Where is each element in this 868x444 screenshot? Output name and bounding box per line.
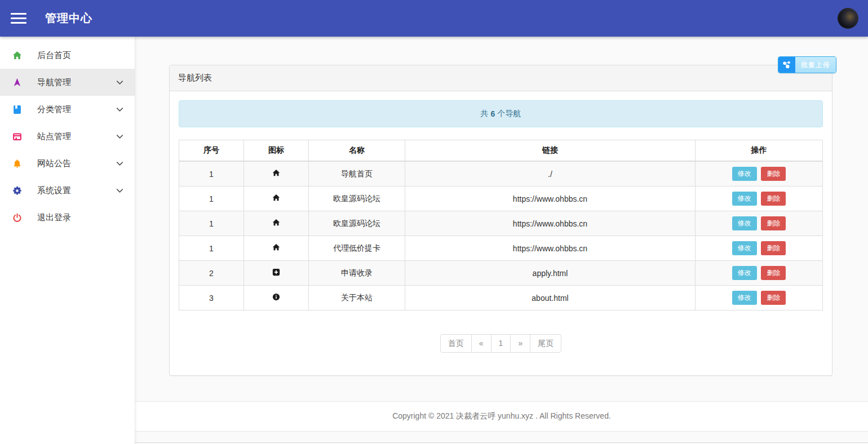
nav-count-prefix: 共 [481,109,489,119]
pagination-next[interactable]: » [510,334,530,353]
header-link: 链接 [405,140,696,162]
sidebar: 后台首页 导航管理 分类管理 站点管理 网站公告 系统设置 退出登录 [0,37,135,444]
sidebar-item-category-manage[interactable]: 分类管理 [0,96,135,123]
row-name-cell: 申请收录 [309,261,405,286]
row-name-cell: 欧皇源码论坛 [309,187,405,211]
table-row: 1 欧皇源码论坛 https://www.ohbbs.cn 修改 删除 [179,211,823,236]
row-actions-cell: 修改 删除 [696,161,823,187]
store-icon [11,132,23,141]
header-icon: 图标 [244,140,309,162]
row-link-cell: apply.html [405,261,696,286]
row-icon-cell [244,161,309,187]
row-actions-cell: 修改 删除 [696,261,823,286]
nav-table-body: 1 导航首页 ./ 修改 删除 1 欧皇源码论坛 https://www.ohb… [179,161,823,310]
batch-upload-label: 批量上传 [795,57,836,73]
row-order-cell: 1 [179,236,244,261]
chevron-down-icon [116,134,123,139]
header-actions: 操作 [696,140,823,162]
header-order: 序号 [179,140,244,162]
sidebar-item-nav-manage[interactable]: 导航管理 [0,69,135,96]
row-icon-cell [244,236,309,261]
pagination-last[interactable]: 尾页 [530,334,561,353]
row-order-cell: 1 [179,187,244,211]
row-link-cell: https://www.ohbbs.cn [405,211,696,236]
row-name-cell: 关于本站 [309,286,405,310]
row-name-cell: 导航首页 [309,161,405,187]
table-header-row: 序号 图标 名称 链接 操作 [179,140,823,162]
chevron-down-icon [116,188,123,193]
sidebar-item-label: 导航管理 [37,77,71,88]
pagination-first[interactable]: 首页 [440,334,472,353]
sidebar-item-system-settings[interactable]: 系统设置 [0,177,135,204]
edit-button[interactable]: 修改 [732,167,757,181]
row-actions-cell: 修改 删除 [696,187,823,211]
row-order-cell: 1 [179,211,244,236]
row-actions-cell: 修改 删除 [696,286,823,310]
bell-icon [11,159,23,168]
nav-count-alert: 共 6 个导航 [179,100,823,127]
row-icon-cell [244,261,309,286]
delete-button[interactable]: 删除 [761,241,786,255]
row-actions-cell: 修改 删除 [696,211,823,236]
row-icon-cell [244,286,309,310]
home-icon [11,51,23,60]
sidebar-item-label: 系统设置 [37,185,71,196]
navigation-icon [11,78,23,87]
edit-button[interactable]: 修改 [732,216,757,230]
edit-button[interactable]: 修改 [732,266,757,280]
pagination-prev[interactable]: « [471,334,491,353]
table-row: 3 关于本站 about.html 修改 删除 [179,286,823,310]
nav-list-panel: 导航列表 共 6 个导航 序号 图标 名称 链接 操作 1 [169,65,832,376]
delete-button[interactable]: 删除 [761,192,786,206]
info-circle-icon [272,293,280,301]
plus-square-icon [272,268,280,276]
chevron-down-icon [116,107,123,112]
pagination: 首页 « 1 » 尾页 [179,334,823,353]
delete-button[interactable]: 删除 [761,167,786,181]
cloud-share-icon [778,57,795,73]
row-link-cell: https://www.ohbbs.cn [405,236,696,261]
header-name: 名称 [309,140,405,162]
sidebar-item-dashboard[interactable]: 后台首页 [0,42,135,69]
home-icon [272,169,280,177]
panel-title: 导航列表 [170,65,832,91]
avatar[interactable] [838,8,858,29]
sidebar-menu: 后台首页 导航管理 分类管理 站点管理 网站公告 系统设置 退出登录 [0,42,135,231]
sidebar-item-label: 退出登录 [37,212,71,223]
batch-upload-button[interactable]: 批量上传 [778,56,836,73]
table-row: 1 欧皇源码论坛 https://www.ohbbs.cn 修改 删除 [179,187,823,211]
edit-button[interactable]: 修改 [732,241,757,255]
home-icon [272,243,280,251]
menu-icon[interactable] [11,13,26,24]
pagination-page-1[interactable]: 1 [491,334,511,353]
sidebar-item-logout[interactable]: 退出登录 [0,204,135,231]
row-order-cell: 2 [179,261,244,286]
book-icon [11,105,23,114]
sidebar-item-announcement[interactable]: 网站公告 [0,150,135,177]
row-order-cell: 1 [179,161,244,187]
power-icon [11,213,23,223]
sidebar-item-label: 站点管理 [37,131,71,142]
page-footer: Copyright © 2021 决裁者云呼 yunhu.xyz . All R… [135,401,868,432]
row-icon-cell [244,211,309,236]
sidebar-item-site-manage[interactable]: 站点管理 [0,123,135,150]
edit-button[interactable]: 修改 [732,291,757,305]
copyright-text: Copyright © 2021 决裁者云呼 yunhu.xyz . All R… [392,411,611,421]
delete-button[interactable]: 删除 [761,291,786,305]
sidebar-item-label: 网站公告 [37,158,71,169]
row-link-cell: https://www.ohbbs.cn [405,187,696,211]
nav-table: 序号 图标 名称 链接 操作 1 导航首页 ./ 修改 删除 1 欧皇源码论坛 … [179,140,823,310]
home-icon [272,219,280,227]
row-link-cell: about.html [405,286,696,310]
table-row: 2 申请收录 apply.html 修改 删除 [179,261,823,286]
row-icon-cell [244,187,309,211]
row-link-cell: ./ [405,161,696,187]
sidebar-item-label: 分类管理 [37,104,71,115]
row-order-cell: 3 [179,286,244,310]
delete-button[interactable]: 删除 [761,216,786,230]
top-header: 管理中心 [0,0,868,37]
home-icon [272,194,280,202]
nav-count-suffix: 个导航 [497,109,521,119]
edit-button[interactable]: 修改 [732,192,757,206]
delete-button[interactable]: 删除 [761,266,786,280]
